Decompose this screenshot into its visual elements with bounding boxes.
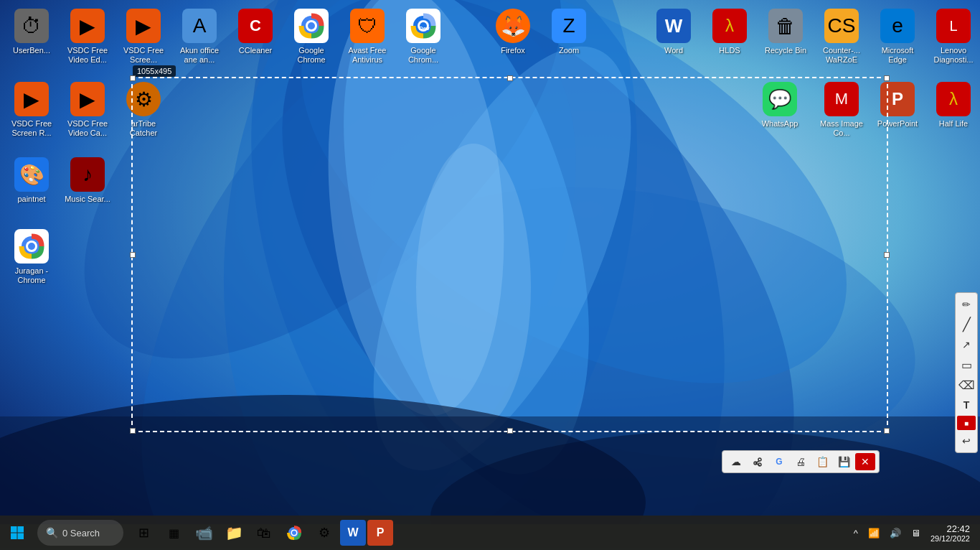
icon-label-juragan: Juragan - Chrome bbox=[6, 266, 57, 285]
volume-icon[interactable]: 🔊 bbox=[887, 525, 904, 541]
tray-expand-btn[interactable]: ^ bbox=[851, 525, 861, 541]
icon-img-vsdc-sc: ▶ bbox=[126, 9, 161, 43]
icon-whatsapp[interactable]: 💬 WhatsApp bbox=[752, 79, 808, 131]
start-button[interactable] bbox=[3, 518, 32, 547]
word-taskbar-btn[interactable]: W bbox=[340, 520, 366, 546]
icon-label-vsdc-ve: VSDC Free Video Ed... bbox=[62, 46, 113, 65]
settings-taskbar-btn[interactable]: ⚙ bbox=[310, 518, 339, 547]
icon-label-recycle: Recycle Bin bbox=[760, 46, 811, 55]
line-tool-btn[interactable]: ╱ bbox=[956, 314, 977, 335]
display-icon[interactable]: 🖥 bbox=[908, 525, 923, 541]
icon-half-life[interactable]: λ Half Life bbox=[925, 79, 980, 131]
undo-btn[interactable]: ↩ bbox=[956, 431, 977, 451]
search-icon: 🔍 bbox=[46, 527, 58, 539]
icon-img-counter: CS bbox=[824, 9, 859, 43]
icon-word[interactable]: W Word bbox=[646, 6, 702, 58]
icon-img-music: ♪ bbox=[70, 157, 105, 192]
network-icon[interactable]: 📶 bbox=[865, 525, 882, 541]
icon-akun-office[interactable]: A Akun office ane an... bbox=[171, 6, 227, 67]
eraser-tool-btn[interactable]: ⌫ bbox=[956, 375, 977, 395]
icon-google-chrome[interactable]: Google Chrome bbox=[283, 6, 339, 67]
task-view-btn[interactable]: ⊞ bbox=[129, 518, 158, 547]
icon-img-whatsapp: 💬 bbox=[763, 82, 797, 116]
save-btn[interactable]: 💾 bbox=[834, 453, 854, 470]
icon-img-lenovo: L bbox=[936, 9, 971, 43]
icon-img-hlds: λ bbox=[712, 9, 747, 43]
desktop: ⏱ UserBen... ▶ VSDC Free Video Ed... ▶ V… bbox=[0, 0, 980, 524]
icon-label-word: Word bbox=[649, 46, 699, 55]
icon-avast[interactable]: 🛡 Avast Free Antivirus bbox=[339, 6, 395, 67]
taskbar-pinned-items: ⊞ ▦ 📹 📁 🛍 ⚙ W P bbox=[129, 518, 393, 547]
icon-label-chrome: Google Chrome bbox=[286, 46, 336, 65]
icon-vsdc-video-editor[interactable]: ▶ VSDC Free Video Ed... bbox=[60, 6, 116, 67]
icon-img-recycle: 🗑 bbox=[768, 9, 803, 43]
meet-btn[interactable]: 📹 bbox=[189, 518, 218, 547]
chrome-taskbar-btn[interactable] bbox=[280, 518, 308, 547]
icon-vsdc-video-ca[interactable]: ▶ VSDC Free Video Ca... bbox=[60, 79, 116, 141]
icon-label-mass: Mass Image Co... bbox=[816, 119, 867, 138]
share-btn[interactable] bbox=[748, 453, 768, 470]
icon-img-juragan bbox=[14, 229, 49, 264]
close-screenshot-btn[interactable]: ✕ bbox=[855, 453, 875, 470]
icon-label-firefox: Firefox bbox=[488, 46, 538, 55]
svg-point-27 bbox=[28, 243, 35, 250]
store-btn[interactable]: 🛍 bbox=[250, 518, 278, 547]
icon-paintnet[interactable]: 🎨 paintnet bbox=[4, 154, 60, 207]
ppt-taskbar-btn[interactable]: P bbox=[367, 520, 393, 546]
clock-date: 29/12/2022 bbox=[930, 534, 970, 543]
icon-img-ppt: P bbox=[880, 82, 915, 116]
arrow-tool-btn[interactable]: ↗ bbox=[956, 335, 977, 355]
icon-label-ccleaner: CCleaner bbox=[230, 46, 281, 55]
print-btn[interactable]: 🖨 bbox=[791, 453, 811, 470]
icon-img-word: W bbox=[656, 9, 691, 43]
icon-label-artribe: arTribe Catcher bbox=[118, 119, 169, 138]
icon-userbenchmark[interactable]: ⏱ UserBen... bbox=[4, 6, 60, 58]
system-clock[interactable]: 22:42 29/12/2022 bbox=[926, 522, 974, 544]
icon-juragan-chrome[interactable]: Juragan - Chrome bbox=[4, 226, 60, 288]
icon-ccleaner[interactable]: C CCleaner bbox=[227, 6, 283, 58]
widgets-btn[interactable]: ▦ bbox=[159, 518, 188, 547]
windows-logo-icon bbox=[10, 526, 24, 540]
icon-label-ppt: PowerPoint bbox=[872, 119, 923, 129]
google-search-btn[interactable]: G bbox=[769, 453, 789, 470]
upload-btn[interactable]: ☁ bbox=[726, 453, 746, 470]
icon-label-vsdc-sr: VSDC Free Screen R... bbox=[6, 119, 57, 138]
pencil-tool-btn[interactable]: ✏ bbox=[956, 294, 977, 314]
color-picker-btn[interactable]: ■ bbox=[957, 416, 976, 430]
icon-edge[interactable]: e Microsoft Edge bbox=[870, 6, 925, 67]
icon-lenovo[interactable]: L Lenovo Diagnosti... bbox=[925, 6, 980, 67]
icon-label-vsdc-vc: VSDC Free Video Ca... bbox=[62, 119, 113, 138]
text-tool-btn[interactable]: T bbox=[956, 395, 977, 415]
icon-img-firefox: 🦊 bbox=[496, 9, 530, 43]
icon-vsdc-screen[interactable]: ▶ VSDC Free Scree... bbox=[116, 6, 171, 67]
search-label: 0 Search bbox=[62, 528, 100, 539]
icon-label-akun: Akun office ane an... bbox=[174, 46, 225, 65]
icon-powerpoint[interactable]: P PowerPoint bbox=[870, 79, 925, 131]
taskbar-search-bar[interactable]: 🔍 0 Search bbox=[37, 520, 123, 546]
drawing-toolbar: ✏ ╱ ↗ ▭ ⌫ T ■ ↩ bbox=[955, 292, 978, 453]
svg-rect-31 bbox=[18, 533, 24, 540]
icon-img-vsdc-vc: ▶ bbox=[70, 82, 105, 116]
icon-counter-warzoe[interactable]: CS Counter-... WaRZoE bbox=[814, 6, 870, 67]
icon-firefox[interactable]: 🦊 Firefox bbox=[485, 6, 541, 58]
icon-zoom[interactable]: Z Zoom bbox=[541, 6, 597, 58]
svg-rect-29 bbox=[18, 526, 24, 533]
taskbar: 🔍 0 Search ⊞ ▦ 📹 📁 🛍 ⚙ W P ^ 📶 bbox=[0, 516, 980, 550]
icon-mass-image[interactable]: M Mass Image Co... bbox=[814, 79, 870, 141]
icon-img-userbenchmark: ⏱ bbox=[14, 9, 49, 43]
icon-label-avast: Avast Free Antivirus bbox=[342, 46, 392, 65]
icon-label-counter: Counter-... WaRZoE bbox=[816, 46, 867, 65]
file-explorer-btn[interactable]: 📁 bbox=[220, 518, 248, 547]
rectangle-tool-btn[interactable]: ▭ bbox=[956, 355, 977, 375]
icon-img-chrome-dev: Dev bbox=[406, 9, 440, 43]
icon-label-paintnet: paintnet bbox=[6, 195, 57, 204]
icon-music-search[interactable]: ♪ Music Sear... bbox=[60, 154, 116, 207]
icon-hlds[interactable]: λ HLDS bbox=[702, 6, 758, 58]
icon-vsdc-screen-r[interactable]: ▶ VSDC Free Screen R... bbox=[4, 79, 60, 141]
icon-recycle-bin[interactable]: 🗑 Recycle Bin bbox=[758, 6, 814, 58]
icon-artribe[interactable]: ⚙ arTribe Catcher bbox=[116, 79, 171, 141]
icon-img-paintnet: 🎨 bbox=[14, 157, 49, 192]
copy-text-btn[interactable]: 📋 bbox=[812, 453, 832, 470]
icon-label-whatsapp: WhatsApp bbox=[755, 119, 805, 129]
icon-chrome-dev[interactable]: Dev Google Chrom... bbox=[395, 6, 451, 67]
